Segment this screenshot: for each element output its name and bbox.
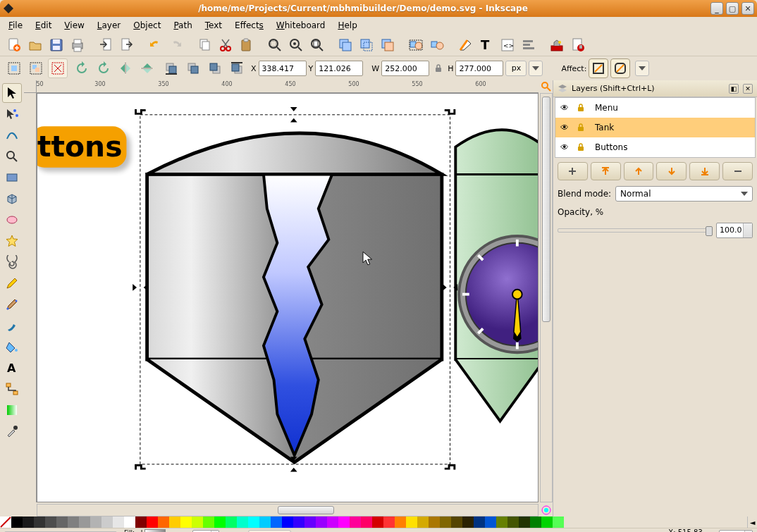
- color-swatch[interactable]: [361, 516, 372, 528]
- canvas[interactable]: ttons: [37, 93, 538, 502]
- color-swatch[interactable]: [45, 516, 56, 528]
- rect-tool[interactable]: [2, 168, 22, 187]
- color-swatch[interactable]: [541, 516, 553, 528]
- color-swatch[interactable]: [135, 516, 147, 528]
- flip-vertical-button[interactable]: [137, 58, 157, 78]
- no-color-swatch[interactable]: [0, 516, 11, 528]
- lock-aspect-button[interactable]: [431, 61, 445, 76]
- cut-button[interactable]: [216, 35, 235, 55]
- quick-zoom-icon[interactable]: [541, 81, 552, 92]
- eye-icon[interactable]: 👁: [558, 123, 571, 132]
- raise-top-button[interactable]: [227, 58, 247, 78]
- print-button[interactable]: [68, 35, 87, 55]
- zoom-tool[interactable]: [2, 147, 22, 166]
- raise-layer-button[interactable]: [624, 162, 654, 180]
- pencil-tool[interactable]: [2, 273, 22, 293]
- color-swatch[interactable]: [101, 516, 113, 528]
- menu-whiteboard[interactable]: Whiteboard: [271, 19, 331, 32]
- flip-horizontal-button[interactable]: [116, 58, 135, 78]
- select-all-button[interactable]: [4, 58, 24, 78]
- color-swatch[interactable]: [248, 516, 259, 528]
- color-swatch[interactable]: [124, 516, 135, 528]
- ungroup-button[interactable]: [427, 35, 447, 55]
- color-swatch[interactable]: [79, 516, 90, 528]
- color-swatch[interactable]: [383, 516, 395, 528]
- xml-editor-button[interactable]: <>: [498, 35, 517, 55]
- color-swatch[interactable]: [147, 516, 158, 528]
- preferences-button[interactable]: [547, 35, 567, 55]
- color-swatch[interactable]: [553, 516, 564, 528]
- color-swatch[interactable]: [474, 516, 485, 528]
- unlink-clone-button[interactable]: [378, 35, 398, 55]
- y-input[interactable]: [315, 61, 363, 76]
- color-swatch[interactable]: [11, 516, 23, 528]
- new-button[interactable]: [4, 35, 24, 55]
- cms-icon[interactable]: [541, 505, 552, 516]
- close-button[interactable]: ✕: [741, 2, 754, 15]
- export-button[interactable]: [117, 35, 137, 55]
- color-swatch[interactable]: [395, 516, 406, 528]
- vertical-scrollbar[interactable]: [540, 93, 553, 502]
- color-swatch[interactable]: [327, 516, 338, 528]
- menu-help[interactable]: Help: [332, 19, 362, 32]
- x-input[interactable]: [259, 61, 307, 76]
- undo-button[interactable]: [145, 35, 165, 55]
- panel-close-button[interactable]: ✕: [743, 84, 753, 94]
- clone-button[interactable]: [357, 35, 376, 55]
- rotate-ccw-button[interactable]: [72, 58, 92, 78]
- horizontal-ruler[interactable]: 250 300 350 400 450 500 550 600 650: [37, 80, 538, 93]
- add-layer-button[interactable]: [558, 162, 588, 180]
- color-swatch[interactable]: [203, 516, 214, 528]
- eye-icon[interactable]: 👁: [558, 142, 571, 152]
- color-swatch[interactable]: [519, 516, 530, 528]
- node-tool[interactable]: [2, 104, 22, 124]
- color-swatch[interactable]: [259, 516, 271, 528]
- color-swatch[interactable]: [507, 516, 519, 528]
- select-all-layers-button[interactable]: [26, 58, 46, 78]
- color-swatch[interactable]: [34, 516, 45, 528]
- rotate-cw-button[interactable]: [94, 58, 113, 78]
- object-opacity-input[interactable]: 100: [192, 530, 219, 533]
- save-button[interactable]: [47, 35, 66, 55]
- menu-layer[interactable]: Layer: [92, 19, 126, 32]
- eye-icon[interactable]: 👁: [558, 103, 571, 113]
- dropper-tool[interactable]: [2, 421, 22, 441]
- lower-bottom-layer-button[interactable]: [689, 162, 720, 180]
- affect-stroke-button[interactable]: [589, 58, 608, 78]
- zoom-page-button[interactable]: [307, 35, 327, 55]
- opacity-value[interactable]: 100.0: [716, 223, 753, 238]
- vertical-ruler[interactable]: [24, 93, 37, 502]
- menu-file[interactable]: File: [3, 19, 28, 32]
- lower-bottom-button[interactable]: [161, 58, 181, 78]
- zoom-selection-button[interactable]: [265, 35, 285, 55]
- panel-detach-button[interactable]: ◧: [729, 84, 739, 94]
- affect-corners-button[interactable]: [610, 58, 630, 78]
- color-swatch[interactable]: [158, 516, 169, 528]
- copy-button[interactable]: [195, 35, 214, 55]
- opacity-slider[interactable]: [558, 228, 712, 233]
- color-swatch[interactable]: [56, 516, 68, 528]
- color-swatch[interactable]: [271, 516, 282, 528]
- unit-select[interactable]: px: [505, 61, 527, 76]
- layer-row[interactable]: 👁 Buttons: [555, 137, 755, 157]
- color-swatch[interactable]: [530, 516, 541, 528]
- color-swatch[interactable]: [192, 516, 203, 528]
- color-swatch[interactable]: [68, 516, 79, 528]
- color-swatch[interactable]: [462, 516, 474, 528]
- raise-button[interactable]: [205, 58, 225, 78]
- connector-tool[interactable]: [2, 379, 22, 399]
- open-button[interactable]: [25, 35, 45, 55]
- 3dbox-tool[interactable]: [2, 189, 22, 209]
- bezier-tool[interactable]: [2, 295, 22, 314]
- w-input[interactable]: [381, 61, 429, 76]
- document-properties-button[interactable]: [568, 35, 588, 55]
- deselect-button[interactable]: [48, 58, 68, 78]
- color-swatch[interactable]: [169, 516, 180, 528]
- lock-icon[interactable]: [577, 123, 589, 132]
- menu-effects[interactable]: Effects: [229, 19, 269, 32]
- fill-stroke-button[interactable]: [455, 35, 475, 55]
- star-tool[interactable]: [2, 231, 22, 251]
- raise-top-layer-button[interactable]: [591, 162, 621, 180]
- redo-button[interactable]: [166, 35, 186, 55]
- unit-dropdown-button[interactable]: [529, 61, 543, 76]
